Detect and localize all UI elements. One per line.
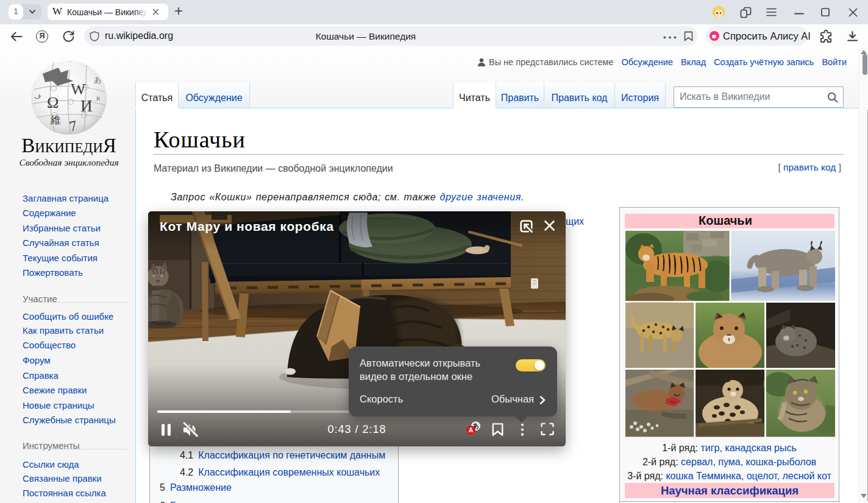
svg-text:Ω: Ω [47, 94, 59, 111]
svg-text:ف: ف [34, 92, 41, 99]
svg-text:W: W [71, 80, 86, 98]
svg-text:あ: あ [94, 76, 101, 84]
svg-text:И: И [80, 97, 93, 115]
svg-text:維: 維 [50, 114, 61, 126]
svg-text:א: א [96, 94, 101, 102]
